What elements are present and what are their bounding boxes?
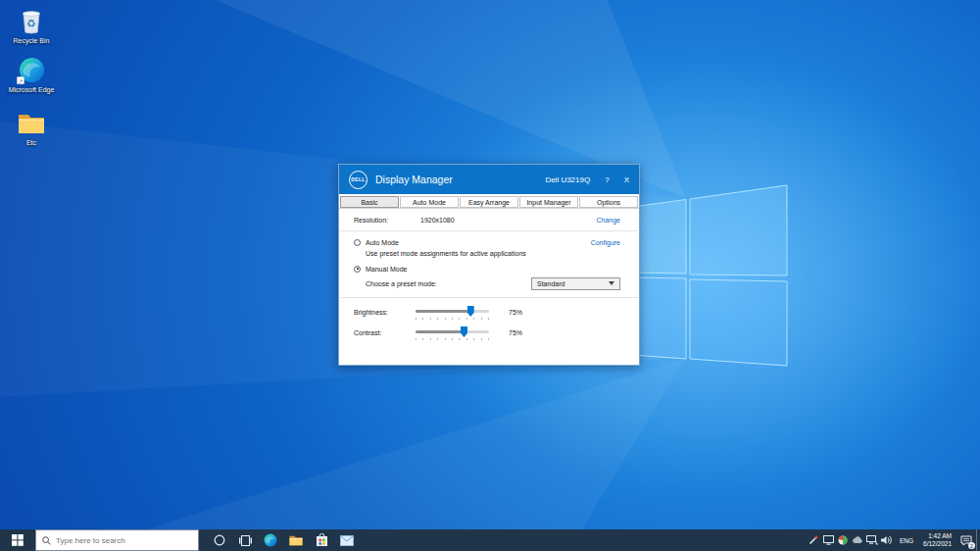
desktop-icon-microsoft-edge[interactable]: ↗ Microsoft Edge (6, 55, 57, 94)
resolution-row: Resolution: 1920x1080 Change (339, 209, 639, 230)
clock-date: 6/12/2021 (923, 540, 952, 548)
volume-tray-button[interactable] (881, 529, 894, 551)
help-button[interactable]: ? (605, 175, 609, 184)
show-desktop-button[interactable] (976, 529, 980, 551)
brightness-value: 75% (509, 307, 522, 327)
slider-track[interactable] (416, 310, 489, 313)
tab-bar: Basic Auto Mode Easy Arrange Input Manag… (339, 194, 639, 209)
preset-selected-value: Standard (537, 280, 564, 287)
close-button[interactable]: X (624, 175, 629, 184)
security-tray-button[interactable] (837, 529, 850, 551)
contrast-row: Contrast: 75% (354, 327, 620, 348)
tab-auto-mode[interactable]: Auto Mode (400, 196, 459, 208)
onedrive-cloud-icon (852, 536, 863, 544)
cortana-icon (214, 534, 225, 546)
notification-badge: 2 (968, 542, 975, 549)
microsoft-store-button[interactable] (309, 529, 334, 551)
file-explorer-icon (289, 534, 303, 546)
action-center-button[interactable]: 2 (956, 529, 976, 551)
contrast-label: Contrast: (354, 327, 416, 348)
tab-input-manager[interactable]: Input Manager (519, 196, 578, 208)
cortana-button[interactable] (207, 529, 232, 551)
task-view-icon (239, 535, 252, 546)
tab-basic[interactable]: Basic (340, 196, 399, 208)
clock[interactable]: 1:42 AM 6/12/2021 (918, 532, 956, 548)
display-icon (823, 535, 834, 545)
network-icon (866, 535, 878, 545)
preset-mode-select[interactable]: Standard (531, 277, 620, 290)
contrast-slider[interactable] (416, 330, 489, 348)
edge-icon (264, 533, 277, 547)
tab-options[interactable]: Options (579, 196, 638, 208)
change-link[interactable]: Change (596, 217, 620, 224)
configure-link[interactable]: Configure (591, 239, 620, 246)
resolution-value: 1920x1080 (420, 217, 455, 224)
svg-text:♻: ♻ (26, 18, 36, 29)
start-button[interactable] (0, 529, 35, 551)
auto-mode-row: Auto Mode Configure (354, 237, 620, 247)
onedrive-tray-button[interactable] (852, 529, 864, 551)
slider-track[interactable] (416, 330, 489, 333)
network-tray-button[interactable] (866, 529, 879, 551)
preset-prompt: Choose a preset mode: (366, 280, 437, 287)
auto-mode-label: Auto Mode (366, 239, 399, 246)
desktop-icon-label: Etc (6, 139, 57, 147)
brightness-row: Brightness: 75% (354, 307, 620, 327)
basic-tab-content: Resolution: 1920x1080 Change Auto Mode C… (339, 209, 639, 348)
preset-row: Choose a preset mode: Standard (366, 276, 620, 290)
microsoft-store-icon (316, 533, 328, 547)
windows-start-icon (12, 534, 24, 546)
folder-icon (18, 112, 45, 134)
chevron-down-icon (609, 281, 614, 285)
auto-mode-description: Use preset mode assignments for active a… (366, 250, 620, 257)
desktop-icon-recycle-bin[interactable]: ♻ Recycle Bin (6, 6, 57, 45)
monitor-model-label: Dell U3219Q (545, 175, 590, 184)
brightness-label: Brightness: (354, 307, 416, 327)
desktop-icon-etc-folder[interactable]: Etc (6, 108, 57, 147)
search-input[interactable] (56, 536, 192, 545)
desktop-icon-label: Microsoft Edge (6, 86, 57, 94)
slider-ticks (416, 318, 489, 320)
manual-mode-row: Manual Mode (354, 264, 620, 274)
desktop-icon-label: Recycle Bin (6, 37, 57, 45)
contrast-value: 75% (509, 327, 522, 348)
dell-display-manager-window: DELL Display Manager Dell U3219Q ? X Bas… (338, 164, 640, 366)
slider-handle[interactable] (467, 306, 474, 317)
brightness-slider[interactable] (416, 310, 489, 327)
shortcut-arrow-icon: ↗ (17, 76, 24, 84)
mail-icon (340, 535, 354, 546)
edge-taskbar-button[interactable] (258, 529, 283, 551)
window-titlebar[interactable]: DELL Display Manager Dell U3219Q ? X (339, 165, 639, 194)
file-explorer-button[interactable] (283, 529, 309, 551)
taskbar-search[interactable] (35, 529, 199, 551)
tab-easy-arrange[interactable]: Easy Arrange (460, 196, 518, 208)
slider-ticks (416, 338, 489, 340)
resolution-label: Resolution: (354, 217, 420, 224)
mode-section: Auto Mode Configure Use preset mode assi… (339, 231, 639, 297)
manual-mode-label: Manual Mode (366, 266, 407, 273)
system-tray: ENG 1:42 AM 6/12/2021 2 (807, 529, 980, 551)
pen-icon (808, 535, 818, 545)
task-view-button[interactable] (232, 529, 258, 551)
auto-mode-radio[interactable] (354, 239, 361, 246)
mail-button[interactable] (334, 529, 360, 551)
search-icon (42, 536, 51, 545)
clock-time: 1:42 AM (923, 532, 952, 540)
slider-section: Brightness: 75% Contrast: 75% (339, 298, 639, 348)
slider-handle[interactable] (461, 326, 467, 337)
dell-logo: DELL (349, 171, 368, 189)
volume-icon (881, 535, 893, 545)
pen-tray-button[interactable] (808, 529, 820, 551)
taskbar: ENG 1:42 AM 6/12/2021 2 (0, 529, 980, 551)
window-title: Display Manager (375, 174, 453, 185)
language-indicator[interactable]: ENG (895, 537, 918, 544)
display-tray-button[interactable] (822, 529, 835, 551)
recycle-bin-icon: ♻ (19, 6, 44, 35)
manual-mode-radio[interactable] (354, 266, 361, 273)
security-status-icon (838, 535, 848, 545)
